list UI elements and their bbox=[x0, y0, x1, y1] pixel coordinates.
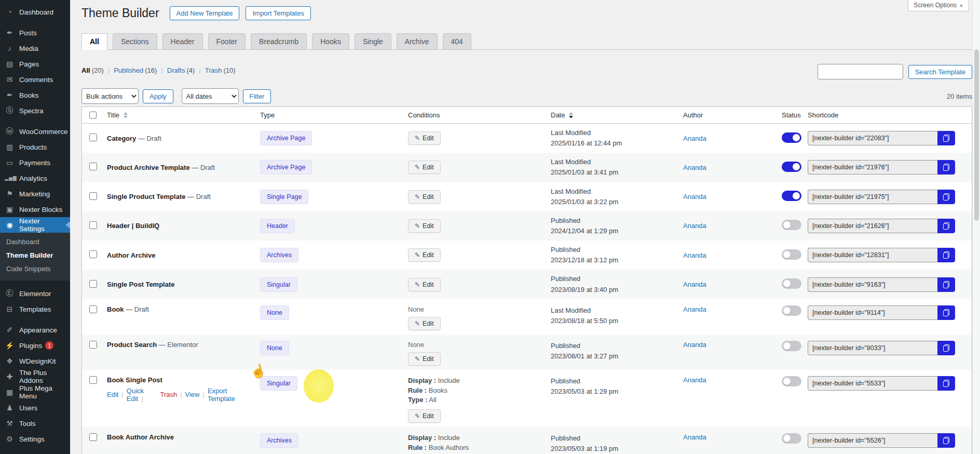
author-link[interactable]: Ananda bbox=[683, 433, 706, 441]
template-title[interactable]: Book bbox=[107, 305, 124, 313]
conditions-edit-button[interactable]: ✎Edit bbox=[408, 317, 441, 330]
row-checkbox[interactable] bbox=[89, 221, 97, 229]
copy-shortcode-button[interactable] bbox=[937, 160, 955, 175]
copy-shortcode-button[interactable] bbox=[937, 277, 955, 292]
template-title[interactable]: Book Author Archive bbox=[107, 433, 174, 441]
row-action-quick-edit[interactable]: Quick Edit bbox=[127, 387, 160, 403]
sidebar-item-pages[interactable]: ▤Pages bbox=[0, 56, 70, 72]
author-link[interactable]: Ananda bbox=[683, 193, 706, 201]
copy-shortcode-button[interactable] bbox=[937, 376, 955, 391]
sidebar-item-plus-mega-menu[interactable]: ▦Plus Mega Menu bbox=[0, 384, 70, 400]
column-header-title[interactable]: Title bbox=[102, 107, 255, 123]
author-link[interactable]: Ananda bbox=[683, 281, 706, 288]
sidebar-item-comments[interactable]: ✉Comments bbox=[0, 72, 70, 87]
row-action-trash[interactable]: Trash bbox=[160, 391, 185, 398]
conditions-edit-button[interactable]: ✎Edit bbox=[408, 190, 441, 204]
row-checkbox[interactable] bbox=[89, 341, 97, 349]
status-toggle[interactable] bbox=[782, 191, 801, 201]
sidebar-item-media[interactable]: ♪Media bbox=[0, 41, 70, 56]
sidebar-item-appearance[interactable]: ✐Appearance bbox=[0, 322, 70, 338]
sidebar-item-wdesignkit[interactable]: ❖WDesignKit bbox=[0, 353, 70, 369]
type-badge[interactable]: Singular bbox=[260, 376, 297, 391]
tab-404[interactable]: 404 bbox=[443, 33, 471, 50]
row-checkbox[interactable] bbox=[89, 163, 97, 170]
submenu-item-theme-builder[interactable]: Theme Builder bbox=[0, 249, 70, 262]
sidebar-item-elementor[interactable]: ⒺElementor bbox=[0, 286, 70, 301]
template-title[interactable]: Book Single Post bbox=[107, 376, 162, 384]
copy-shortcode-button[interactable] bbox=[937, 131, 955, 145]
import-templates-button[interactable]: Import Templates bbox=[246, 6, 310, 20]
shortcode-field[interactable]: [nexter-builder id="5526"] bbox=[808, 433, 937, 448]
status-toggle[interactable] bbox=[782, 278, 801, 289]
conditions-edit-button[interactable]: ✎Edit bbox=[408, 278, 441, 291]
row-checkbox[interactable] bbox=[89, 280, 97, 288]
type-badge[interactable]: Archives bbox=[260, 433, 298, 448]
tab-footer[interactable]: Footer bbox=[208, 33, 246, 50]
submenu-item-code-snippets[interactable]: Code Snippets bbox=[0, 262, 70, 276]
tab-single[interactable]: Single bbox=[355, 33, 391, 50]
sidebar-item-users[interactable]: ♟Users bbox=[0, 400, 70, 416]
bulk-actions-select[interactable]: Bulk actions bbox=[81, 88, 139, 104]
copy-shortcode-button[interactable] bbox=[937, 190, 955, 204]
status-toggle[interactable] bbox=[782, 249, 801, 260]
type-badge[interactable]: Header bbox=[260, 219, 295, 233]
filter-all[interactable]: All(20) bbox=[81, 66, 114, 74]
shortcode-field[interactable]: [nexter-builder id="21975"] bbox=[808, 190, 937, 204]
apply-button[interactable]: Apply bbox=[143, 89, 173, 103]
conditions-edit-button[interactable]: ✎Edit bbox=[408, 248, 441, 262]
row-action-view[interactable]: View bbox=[185, 391, 208, 398]
screen-options-button[interactable]: Screen Options▼ bbox=[908, 0, 969, 11]
status-toggle[interactable] bbox=[782, 433, 801, 444]
vertical-scrollbar[interactable] bbox=[972, 0, 980, 454]
tab-sections[interactable]: Sections bbox=[113, 33, 157, 50]
row-checkbox[interactable] bbox=[89, 192, 97, 200]
filter-drafts[interactable]: Drafts(4) bbox=[167, 66, 205, 74]
shortcode-field[interactable]: [nexter-builder id="12831"] bbox=[808, 248, 937, 262]
author-link[interactable]: Ananda bbox=[683, 251, 706, 259]
shortcode-field[interactable]: [nexter-builder id="9114"] bbox=[808, 305, 937, 320]
row-checkbox[interactable] bbox=[89, 250, 97, 258]
template-title[interactable]: Product Archive Template bbox=[107, 164, 190, 171]
search-template-button[interactable]: Search Template bbox=[908, 65, 972, 79]
copy-shortcode-button[interactable] bbox=[937, 433, 955, 448]
type-badge[interactable]: None bbox=[260, 341, 289, 355]
author-link[interactable]: Ananda bbox=[683, 341, 706, 349]
sidebar-item-analytics[interactable]: ▂▅▇Analytics bbox=[0, 170, 70, 186]
copy-shortcode-button[interactable] bbox=[937, 248, 955, 262]
row-checkbox[interactable] bbox=[89, 433, 97, 441]
sidebar-item-dashboard[interactable]: ◔Dashboard bbox=[0, 4, 70, 20]
date-filter-select[interactable]: All dates bbox=[182, 88, 239, 104]
shortcode-field[interactable]: [nexter-builder id="5533"] bbox=[808, 376, 937, 391]
filter-trash[interactable]: Trash(10) bbox=[205, 66, 236, 74]
row-checkbox[interactable] bbox=[89, 376, 97, 384]
conditions-edit-button[interactable]: ✎Edit bbox=[408, 219, 441, 233]
shortcode-field[interactable]: [nexter-builder id="21626"] bbox=[808, 219, 937, 233]
sidebar-item-marketing[interactable]: ⚑Marketing bbox=[0, 186, 70, 202]
sidebar-item-payments[interactable]: ▭Payments bbox=[0, 155, 70, 170]
conditions-edit-button[interactable]: ✎Edit bbox=[408, 352, 441, 366]
author-link[interactable]: Ananda bbox=[683, 305, 706, 313]
type-badge[interactable]: Singular bbox=[260, 277, 297, 292]
author-link[interactable]: Ananda bbox=[683, 222, 706, 230]
copy-shortcode-button[interactable] bbox=[937, 341, 955, 355]
type-badge[interactable]: None bbox=[260, 305, 289, 320]
sidebar-item-nexter-settings[interactable]: ◉Nexter Settings bbox=[0, 217, 70, 233]
tab-hooks[interactable]: Hooks bbox=[312, 33, 349, 50]
type-badge[interactable]: Archives bbox=[260, 248, 298, 262]
conditions-edit-button[interactable]: ✎Edit bbox=[408, 409, 441, 423]
copy-shortcode-button[interactable] bbox=[937, 305, 955, 320]
scrollbar-thumb[interactable] bbox=[974, 49, 979, 221]
sidebar-item-nexter-blocks[interactable]: ▣Nexter Blocks bbox=[0, 202, 70, 217]
sidebar-item-tools[interactable]: ⚒Tools bbox=[0, 416, 70, 431]
tab-header[interactable]: Header bbox=[162, 33, 203, 50]
type-badge[interactable]: Archive Page bbox=[260, 131, 312, 145]
template-title[interactable]: Author Archive bbox=[107, 251, 155, 259]
row-action-edit[interactable]: Edit bbox=[107, 391, 127, 398]
status-toggle[interactable] bbox=[782, 220, 801, 230]
row-checkbox[interactable] bbox=[89, 305, 97, 313]
conditions-edit-button[interactable]: ✎Edit bbox=[408, 131, 441, 145]
filter-published[interactable]: Published(16) bbox=[114, 66, 167, 74]
row-checkbox[interactable] bbox=[89, 133, 97, 141]
status-toggle[interactable] bbox=[782, 376, 801, 386]
sidebar-item-templates[interactable]: ⊟Templates bbox=[0, 301, 70, 317]
